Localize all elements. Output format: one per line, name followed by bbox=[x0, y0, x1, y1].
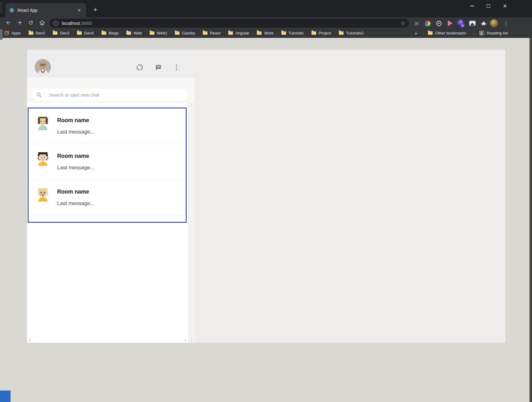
folder-icon bbox=[281, 31, 286, 35]
room-list: Room name Last message... bbox=[28, 107, 187, 223]
chat-room-item[interactable]: Room name Last message... bbox=[29, 180, 186, 216]
bookmark-folder[interactable]: Work bbox=[257, 31, 273, 35]
room-name: Room name bbox=[57, 189, 89, 195]
sidebar-horizontal-scrollbar[interactable]: ◀ ▶ bbox=[27, 337, 188, 343]
bookmark-label: Gatsby bbox=[182, 31, 195, 35]
bookmarks-overflow-button[interactable]: » bbox=[415, 30, 417, 36]
chat-body-empty bbox=[195, 50, 505, 343]
room-avatar bbox=[36, 116, 50, 130]
profile-avatar bbox=[490, 19, 498, 27]
chrome-menu-button[interactable]: ⋮ bbox=[502, 19, 510, 27]
room-avatar bbox=[36, 152, 50, 166]
bookmark-folder[interactable]: Dev2 bbox=[29, 31, 45, 35]
room-avatar bbox=[36, 187, 50, 202]
search-bar[interactable] bbox=[31, 89, 188, 101]
bookmark-folder[interactable]: Gatsby bbox=[175, 31, 195, 35]
folder-icon bbox=[203, 31, 207, 35]
reading-list-button[interactable]: Reading list bbox=[479, 31, 508, 35]
sidebar-menu-button[interactable]: ⋮ bbox=[172, 63, 181, 72]
divider bbox=[474, 30, 474, 36]
chat-room-item[interactable]: Room name Last message... bbox=[29, 108, 186, 144]
forward-button[interactable] bbox=[16, 19, 24, 27]
bookmark-label: Apps bbox=[11, 31, 21, 35]
window-minimize-button[interactable] bbox=[467, 1, 477, 11]
room-list-area: Room name Last message... bbox=[27, 103, 188, 337]
new-chat-button[interactable] bbox=[154, 63, 163, 72]
bookmark-label: Project bbox=[319, 31, 331, 35]
extension-screenshot-button[interactable] bbox=[468, 19, 476, 27]
profile-avatar-button[interactable] bbox=[490, 19, 498, 27]
bookmark-folder[interactable]: Dev3 bbox=[53, 31, 69, 35]
extension-purple-button[interactable]: 9 bbox=[457, 19, 465, 27]
room-last-message: Last message... bbox=[57, 200, 94, 207]
bookmark-label: Tutorials bbox=[289, 31, 304, 35]
other-bookmarks-button[interactable]: Other bookmarks bbox=[428, 31, 466, 35]
reading-list-icon bbox=[479, 31, 484, 35]
reload-button[interactable] bbox=[27, 19, 35, 27]
window-close-button[interactable]: ✕ bbox=[500, 1, 510, 11]
bookmark-folder[interactable]: Tutorials bbox=[281, 31, 304, 35]
url-host: localhost bbox=[62, 21, 80, 26]
extension-colorwheel-button[interactable] bbox=[423, 19, 431, 27]
scroll-down-arrow-icon[interactable]: ▼ bbox=[190, 339, 193, 341]
sidebar-vertical-scrollbar[interactable]: ▲ ▼ bbox=[188, 103, 195, 343]
extension-a-button[interactable]: (a) bbox=[412, 19, 421, 27]
window-maximize-button[interactable] bbox=[483, 1, 493, 11]
bookmark-folder[interactable]: React bbox=[203, 31, 221, 35]
address-bar[interactable]: i localhost:3000 ☆ bbox=[50, 19, 409, 28]
bookmark-label: Dev2 bbox=[36, 31, 45, 35]
home-icon bbox=[39, 20, 45, 26]
bookmark-label: Angular bbox=[235, 31, 249, 35]
bookmark-folder[interactable]: Project bbox=[311, 31, 331, 35]
vertical-dots-icon: ⋮ bbox=[503, 21, 508, 26]
bookmark-folder[interactable]: Blogs bbox=[102, 31, 119, 35]
puzzle-icon bbox=[481, 21, 487, 26]
extensions-menu-button[interactable] bbox=[480, 19, 488, 27]
bookmark-label: Tutorials2 bbox=[346, 31, 364, 35]
photo-icon bbox=[469, 21, 475, 26]
sidebar: ⋮ bbox=[27, 50, 195, 343]
bookmark-folder[interactable]: Web bbox=[126, 31, 142, 35]
reload-icon bbox=[28, 20, 34, 25]
folder-icon bbox=[102, 31, 106, 35]
bookmark-folder[interactable]: Dev4 bbox=[77, 31, 93, 35]
search-input[interactable] bbox=[49, 92, 183, 98]
page-info-icon[interactable]: i bbox=[53, 21, 58, 26]
browser-tab[interactable]: React App ✕ bbox=[5, 3, 86, 17]
new-tab-button[interactable]: + bbox=[91, 5, 100, 14]
status-button[interactable] bbox=[135, 63, 144, 72]
bookmark-label: Dev3 bbox=[60, 31, 69, 35]
background-artifact bbox=[0, 2, 2, 13]
bookmark-label: Blogs bbox=[109, 31, 119, 35]
color-wheel-icon bbox=[425, 21, 430, 26]
scroll-right-arrow-icon[interactable]: ▶ bbox=[185, 339, 187, 341]
chat-app: ⋮ bbox=[27, 50, 505, 343]
bookmark-star-icon[interactable]: ☆ bbox=[401, 20, 405, 26]
page-viewport: ⋮ bbox=[0, 38, 532, 402]
chat-room-item[interactable]: Room name Last message... bbox=[29, 144, 186, 180]
folder-icon bbox=[29, 31, 33, 35]
extension-ring-button[interactable] bbox=[435, 19, 443, 27]
user-avatar[interactable] bbox=[35, 59, 51, 75]
url-text: localhost:3000 bbox=[62, 21, 92, 26]
chat-bubble-icon bbox=[155, 64, 162, 71]
tab-close-icon[interactable]: ✕ bbox=[76, 7, 82, 13]
room-last-message: Last message... bbox=[57, 129, 94, 135]
scroll-up-arrow-icon[interactable]: ▲ bbox=[190, 104, 193, 106]
home-button[interactable] bbox=[38, 19, 46, 27]
bookmark-folder[interactable]: Tutorials2 bbox=[339, 31, 364, 35]
bookmark-label: Web2 bbox=[157, 31, 167, 35]
back-icon bbox=[6, 20, 11, 25]
extension-badge: 9 bbox=[461, 23, 465, 27]
folder-icon bbox=[175, 31, 180, 35]
bookmark-apps[interactable]: Apps bbox=[4, 31, 21, 35]
scroll-left-arrow-icon[interactable]: ◀ bbox=[28, 339, 30, 341]
bookmark-folder[interactable]: Web2 bbox=[150, 31, 167, 35]
back-button[interactable] bbox=[4, 19, 12, 27]
bookmark-folder[interactable]: Angular bbox=[228, 31, 249, 35]
folder-icon bbox=[339, 31, 343, 35]
extension-arrow-button[interactable] bbox=[446, 19, 454, 27]
bookmark-label: React bbox=[210, 31, 221, 35]
room-name: Room name bbox=[57, 153, 89, 159]
bookmark-label: Reading list bbox=[487, 31, 508, 35]
